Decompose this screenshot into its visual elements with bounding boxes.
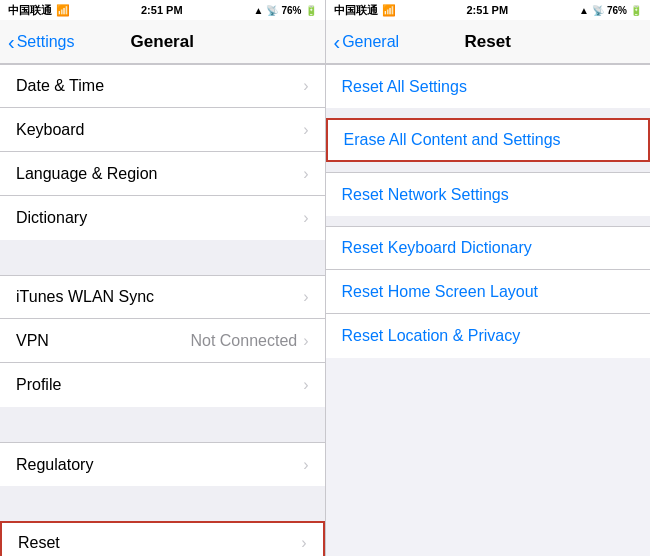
- item-label: Regulatory: [16, 456, 303, 474]
- chevron-icon: ›: [303, 209, 308, 227]
- reset-location-item[interactable]: Reset Location & Privacy: [326, 314, 651, 358]
- section-separator: [0, 407, 325, 442]
- reset-group-4: Reset Keyboard Dictionary Reset Home Scr…: [326, 226, 651, 358]
- status-left-right: 中国联通 📶: [334, 3, 396, 18]
- list-item[interactable]: Language & Region ›: [0, 152, 325, 196]
- chevron-icon: ›: [303, 121, 308, 139]
- list-item[interactable]: Keyboard ›: [0, 108, 325, 152]
- battery-left: 76%: [281, 5, 301, 16]
- list-item[interactable]: Dictionary ›: [0, 196, 325, 240]
- carrier-right: 中国联通: [334, 3, 378, 18]
- chevron-icon: ›: [303, 456, 308, 474]
- nav-bar-right: ‹ General Reset: [326, 20, 651, 64]
- section-separator: [0, 486, 325, 521]
- nav-bar-left: ‹ Settings General: [0, 20, 325, 64]
- reset-item[interactable]: Reset ›: [0, 521, 325, 556]
- erase-all-content-item[interactable]: Erase All Content and Settings: [326, 118, 651, 162]
- settings-group-1: Date & Time › Keyboard › Language & Regi…: [0, 64, 325, 240]
- status-left: 中国联通 📶: [8, 3, 70, 18]
- settings-group-3: Regulatory ›: [0, 442, 325, 486]
- signal-icon-right: ▲: [579, 5, 589, 16]
- list-item[interactable]: Date & Time ›: [0, 64, 325, 108]
- chevron-icon: ›: [301, 534, 306, 552]
- status-right-right: ▲ 📡 76% 🔋: [579, 5, 642, 16]
- settings-group-2: iTunes WLAN Sync › VPN Not Connected › P…: [0, 275, 325, 407]
- signal-icon-left: ▲: [254, 5, 264, 16]
- item-label: Dictionary: [16, 209, 303, 227]
- item-label: Reset Network Settings: [342, 186, 635, 204]
- status-bar-right: 中国联通 📶 2:51 PM ▲ 📡 76% 🔋: [326, 0, 651, 20]
- item-label: Profile: [16, 376, 303, 394]
- item-label: Reset Keyboard Dictionary: [342, 239, 635, 257]
- list-item[interactable]: iTunes WLAN Sync ›: [0, 275, 325, 319]
- nav-title-left: General: [131, 32, 194, 52]
- section-separator: [326, 108, 651, 118]
- back-label-right[interactable]: General: [342, 33, 399, 51]
- back-button-left[interactable]: ‹ Settings: [8, 32, 74, 52]
- list-item[interactable]: Regulatory ›: [0, 442, 325, 486]
- reset-home-screen-item[interactable]: Reset Home Screen Layout: [326, 270, 651, 314]
- reset-keyboard-item[interactable]: Reset Keyboard Dictionary: [326, 226, 651, 270]
- settings-content-right: Reset All Settings Erase All Content and…: [326, 64, 651, 556]
- chevron-icon: ›: [303, 376, 308, 394]
- chevron-icon: ›: [303, 165, 308, 183]
- back-arrow-right: ‹: [334, 32, 341, 52]
- left-panel: 中国联通 📶 2:51 PM ▲ 📡 76% 🔋 ‹ Settings Gene…: [0, 0, 325, 556]
- reset-group-2: Erase All Content and Settings: [326, 118, 651, 162]
- item-label: VPN: [16, 332, 190, 350]
- item-label: Language & Region: [16, 165, 303, 183]
- nav-title-right: Reset: [465, 32, 511, 52]
- item-label: Reset Home Screen Layout: [342, 283, 635, 301]
- status-bar-left: 中国联通 📶 2:51 PM ▲ 📡 76% 🔋: [0, 0, 325, 20]
- reset-group-1: Reset All Settings: [326, 64, 651, 108]
- reset-all-settings-item[interactable]: Reset All Settings: [326, 64, 651, 108]
- item-label: Reset All Settings: [342, 78, 635, 96]
- right-panel: 中国联通 📶 2:51 PM ▲ 📡 76% 🔋 ‹ General Reset…: [326, 0, 651, 556]
- chevron-icon: ›: [303, 288, 308, 306]
- item-label: Keyboard: [16, 121, 303, 139]
- back-label-left[interactable]: Settings: [17, 33, 75, 51]
- back-button-right[interactable]: ‹ General: [334, 32, 400, 52]
- wifi-icon-right: 📶: [382, 4, 396, 17]
- status-right-left: ▲ 📡 76% 🔋: [254, 5, 317, 16]
- time-right: 2:51 PM: [467, 4, 509, 16]
- chevron-icon: ›: [303, 332, 308, 350]
- section-separator: [0, 240, 325, 275]
- list-item[interactable]: VPN Not Connected ›: [0, 319, 325, 363]
- back-arrow-left: ‹: [8, 32, 15, 52]
- battery-icon-left: 🔋: [305, 5, 317, 16]
- settings-group-4: Reset › Shut Down: [0, 521, 325, 556]
- item-label: Erase All Content and Settings: [344, 131, 633, 149]
- wifi-signal-left: 📡: [266, 5, 278, 16]
- wifi-signal-right: 📡: [592, 5, 604, 16]
- settings-content-left: Date & Time › Keyboard › Language & Regi…: [0, 64, 325, 556]
- section-separator: [326, 216, 651, 226]
- item-label: Reset Location & Privacy: [342, 327, 635, 345]
- carrier-left: 中国联通: [8, 3, 52, 18]
- battery-right: 76%: [607, 5, 627, 16]
- time-left: 2:51 PM: [141, 4, 183, 16]
- chevron-icon: ›: [303, 77, 308, 95]
- section-separator: [326, 162, 651, 172]
- item-label: Date & Time: [16, 77, 303, 95]
- item-label: iTunes WLAN Sync: [16, 288, 303, 306]
- reset-group-3: Reset Network Settings: [326, 172, 651, 216]
- item-value: Not Connected: [190, 332, 297, 350]
- wifi-icon-left: 📶: [56, 4, 70, 17]
- list-item[interactable]: Profile ›: [0, 363, 325, 407]
- battery-icon-right: 🔋: [630, 5, 642, 16]
- reset-network-item[interactable]: Reset Network Settings: [326, 172, 651, 216]
- item-label: Reset: [18, 534, 301, 552]
